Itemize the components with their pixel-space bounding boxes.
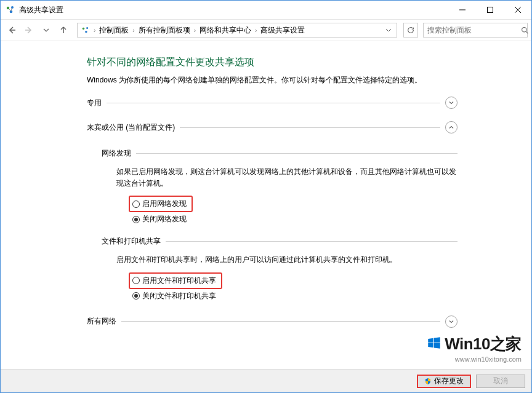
breadcrumb-sep-icon: ›	[254, 27, 258, 34]
section-network-discovery: 网络发现	[102, 148, 457, 159]
footer: 保存更改 取消	[1, 369, 531, 392]
radio-label: 关闭网络发现	[142, 214, 187, 224]
radio-disable-network-discovery[interactable]: 关闭网络发现	[129, 213, 457, 225]
content-area: 针对不同的网络配置文件更改共享选项 Windows 为你所使用的每个网络创建单独…	[1, 41, 531, 369]
file-printer-description: 启用文件和打印机共享时，网络上的用户可以访问通过此计算机共享的文件和打印机。	[102, 252, 457, 272]
titlebar: 高级共享设置	[1, 1, 531, 19]
file-printer-radio-group: 启用文件和打印机共享 关闭文件和打印机共享	[102, 272, 457, 302]
save-button[interactable]: 保存更改	[417, 375, 471, 388]
divider	[166, 241, 457, 242]
breadcrumb-item-1[interactable]: 所有控制面板项	[136, 25, 193, 36]
cancel-button-label: 取消	[493, 376, 508, 386]
radio-label: 关闭文件和打印机共享	[142, 291, 216, 301]
breadcrumb-sep-icon: ›	[92, 27, 97, 34]
search-input[interactable]	[426, 25, 521, 35]
breadcrumb-item-3[interactable]: 高级共享设置	[258, 25, 307, 36]
close-button[interactable]	[504, 1, 531, 19]
radio-disable-file-printer[interactable]: 关闭文件和打印机共享	[129, 290, 457, 302]
profile-all-label: 所有网络	[87, 316, 116, 327]
search-box[interactable]	[423, 23, 528, 38]
radio-icon	[132, 292, 140, 300]
nav-forward-button	[22, 23, 36, 38]
profile-private-label: 专用	[87, 98, 102, 108]
chevron-up-icon	[445, 121, 457, 133]
breadcrumb-sep-icon: ›	[193, 27, 197, 34]
svg-point-13	[85, 31, 87, 33]
breadcrumb-sep-icon: ›	[131, 27, 135, 34]
section-title-file-printer: 文件和打印机共享	[102, 236, 161, 247]
radio-icon	[132, 200, 140, 208]
search-icon[interactable]	[521, 26, 529, 34]
page-title: 针对不同的网络配置文件更改共享选项	[87, 56, 457, 69]
window-title: 高级共享设置	[19, 5, 448, 15]
window-controls	[448, 1, 531, 19]
breadcrumb-dropdown-icon[interactable]	[382, 23, 395, 37]
watermark-url: www.win10xitong.com	[426, 355, 522, 363]
app-icon	[6, 5, 15, 15]
radio-icon	[132, 277, 140, 284]
network-discovery-radio-group: 启用网络发现 关闭网络发现	[102, 196, 457, 225]
nav-back-button[interactable]	[4, 23, 19, 38]
page-description: Windows 为你所使用的每个网络创建单独的网络配置文件。你可以针对每个配置文…	[87, 75, 457, 85]
radio-enable-file-printer[interactable]: 启用文件和打印机共享	[132, 275, 216, 287]
chevron-down-icon	[445, 316, 457, 328]
windows-logo-icon	[426, 335, 442, 355]
watermark: Win10之家 www.win10xitong.com	[426, 333, 522, 363]
divider	[136, 153, 457, 154]
maximize-button[interactable]	[476, 1, 504, 19]
divider	[121, 321, 440, 322]
nav-up-button[interactable]	[56, 23, 71, 38]
svg-rect-6	[487, 7, 493, 13]
svg-line-3	[9, 9, 11, 11]
watermark-main: Win10之家	[426, 333, 522, 355]
radio-label: 启用网络发现	[142, 199, 187, 209]
divider	[107, 103, 440, 103]
section-title-network-discovery: 网络发现	[102, 148, 131, 159]
highlight-enable-file-printer: 启用文件和打印机共享	[129, 272, 222, 289]
radio-enable-network-discovery[interactable]: 启用网络发现	[132, 198, 187, 210]
highlight-enable-network-discovery: 启用网络发现	[129, 196, 193, 212]
save-button-label: 保存更改	[434, 376, 464, 386]
navbar: › 控制面板 › 所有控制面板项 › 网络和共享中心 › 高级共享设置	[1, 19, 531, 41]
cancel-button[interactable]: 取消	[476, 375, 525, 388]
shield-icon	[424, 378, 432, 385]
radio-label: 启用文件和打印机共享	[142, 276, 216, 286]
minimize-button[interactable]	[448, 1, 476, 19]
breadcrumb-item-2[interactable]: 网络和共享中心	[197, 25, 254, 36]
nav-recent-button[interactable]	[39, 23, 54, 38]
breadcrumb-icon	[80, 25, 91, 36]
divider	[180, 127, 440, 128]
chevron-down-icon	[445, 97, 457, 109]
profile-guest-body: 网络发现 如果已启用网络发现，则这台计算机可以发现网络上的其他计算机和设备，而且…	[87, 138, 457, 308]
window: 高级共享设置 › 控制面板 › 所有控制面板项 › 网	[0, 0, 532, 393]
profile-guest-header[interactable]: 来宾或公用 (当前配置文件)	[87, 121, 457, 133]
section-file-printer-sharing: 文件和打印机共享	[102, 236, 457, 247]
profile-all-header[interactable]: 所有网络	[87, 316, 457, 328]
svg-line-15	[526, 31, 528, 33]
svg-point-14	[522, 27, 526, 31]
breadcrumb-item-0[interactable]: 控制面板	[97, 25, 131, 36]
profile-private-header[interactable]: 专用	[87, 97, 457, 109]
breadcrumb[interactable]: › 控制面板 › 所有控制面板项 › 网络和共享中心 › 高级共享设置	[77, 23, 397, 38]
radio-icon	[132, 216, 140, 223]
network-discovery-description: 如果已启用网络发现，则这台计算机可以发现网络上的其他计算机和设备，而且其他网络计…	[102, 164, 457, 196]
svg-point-12	[86, 27, 88, 29]
svg-point-11	[83, 28, 85, 30]
profile-guest-label: 来宾或公用 (当前配置文件)	[87, 122, 175, 133]
refresh-button[interactable]	[403, 23, 418, 38]
